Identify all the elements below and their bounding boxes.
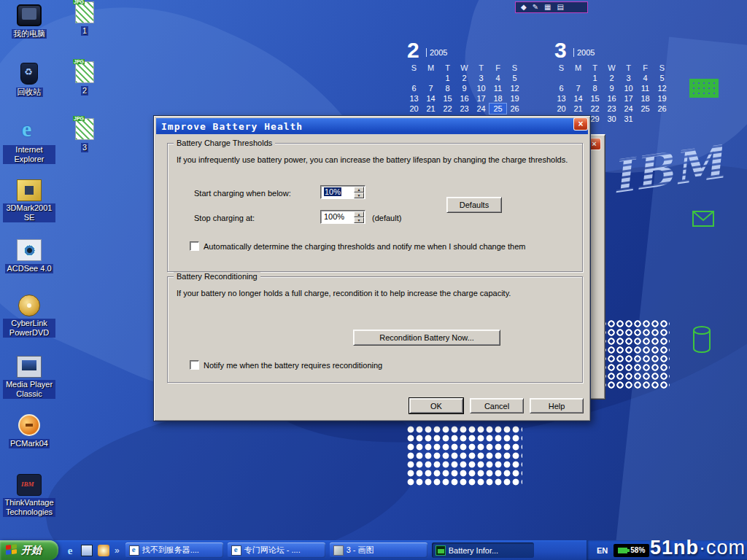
desktop: IBM 2 2005 SMTWTFS1234567891011121314151… (0, 0, 747, 560)
ie-quicklaunch-icon[interactable]: e (64, 545, 76, 556)
show-desktop-icon[interactable] (81, 545, 93, 556)
calendar-year: 2005 (426, 48, 447, 57)
spin-up-icon[interactable]: ▲ (354, 187, 364, 192)
cancel-button[interactable]: Cancel (470, 398, 524, 413)
help-button[interactable]: Help (530, 398, 584, 413)
calendar-day-cell: 23 (603, 104, 620, 114)
calendar-day-cell: 8 (587, 83, 603, 93)
input-method-toolbar[interactable]: ◆ ✎ ▦ ▤ (515, 1, 588, 13)
ok-button[interactable]: OK (409, 398, 463, 413)
calendar-day-cell: 16 (603, 93, 620, 104)
calendar-day-header: M (422, 63, 439, 73)
desktop-file-3[interactable]: JPG 3 (61, 118, 108, 153)
taskbar-task-ie-2[interactable]: 专门网论坛 - .... (228, 542, 325, 558)
desktop-icon-label: 我的电脑 (12, 29, 47, 39)
start-button[interactable]: 开始 (0, 540, 58, 560)
taskbar-task-battery-information[interactable]: Battery Infor... (432, 542, 534, 558)
calendar-day-cell: 12 (506, 83, 523, 93)
spinner-arrows[interactable]: ▲▼ (354, 211, 364, 223)
envelope-icon (692, 210, 715, 228)
battery-icon (436, 545, 446, 556)
watermark-rest: ·com (699, 537, 746, 559)
battery-level-icon (618, 548, 627, 553)
taskbar-task-paint[interactable]: 3 - 画图 (330, 542, 427, 558)
defaults-button[interactable]: Defaults (446, 197, 502, 213)
calendar-day-cell: 5 (506, 73, 523, 83)
auto-determine-checkbox-label[interactable]: Automatically determine the charging thr… (204, 242, 572, 251)
desktop-icon-powerdvd[interactable]: CyberLink PowerDVD (3, 295, 55, 338)
calendar-day-cell (406, 73, 422, 83)
notify-reconditioning-checkbox-label[interactable]: Notify me when the battery requires reco… (204, 361, 572, 370)
menu-icon[interactable]: ▤ (557, 2, 564, 12)
taskbar-task-ie-1[interactable]: 找不到服务器.... (125, 542, 223, 558)
auto-determine-checkbox[interactable] (190, 241, 199, 251)
desktop-icon-label: CyberLink PowerDVD (3, 319, 55, 338)
desktop-icon-acdsee[interactable]: ACDSee 4.0 (3, 239, 55, 274)
battery-meter[interactable]: 58% (614, 544, 649, 557)
pen-icon[interactable]: ✎ (533, 2, 538, 12)
desktop-icon-3dmark2001[interactable]: 3DMark2001 SE (3, 179, 55, 223)
keyboard-icon[interactable]: ▦ (544, 2, 551, 12)
spin-down-icon[interactable]: ▼ (354, 192, 364, 198)
calendar-day-cell: 5 (654, 73, 670, 83)
close-icon[interactable]: × (573, 117, 588, 131)
calendar-day-cell: 18 (489, 93, 506, 104)
language-indicator[interactable]: EN (597, 546, 608, 555)
calendar-day-cell: 25 (637, 104, 654, 114)
calendar-day-header: M (570, 63, 587, 73)
start-charging-input[interactable]: 10% ▲▼ (320, 185, 365, 199)
calendar-day-cell: 26 (506, 104, 523, 114)
group-title: Battery Charge Thresholds (174, 139, 275, 147)
desktop-icon-label: 2 (81, 86, 88, 96)
calendar-day-cell: 8 (439, 83, 456, 93)
start-charging-value: 10% (324, 187, 341, 196)
quicklaunch-overflow-chevron[interactable]: » (115, 545, 120, 556)
thinkvantage-icon (17, 474, 42, 496)
calendar-day-cell: 24 (620, 104, 637, 114)
spinner-arrows[interactable]: ▲▼ (354, 187, 364, 198)
calendar-day-cell: 10 (473, 83, 489, 93)
calendar-day-cell: 19 (654, 93, 670, 104)
task-label: Battery Infor... (449, 546, 498, 555)
stop-charging-input[interactable]: 100% ▲▼ (320, 210, 365, 224)
desktop-icon-pcmark04[interactable]: PCMark04 (3, 414, 55, 449)
media-player-classic-icon (17, 356, 42, 378)
battery-percent: 58% (630, 546, 645, 554)
calendar-day-cell: 17 (473, 93, 489, 104)
calendar-day-cell: 2 (456, 73, 473, 83)
desktop-icon-media-player-classic[interactable]: Media Player Classic (3, 356, 55, 400)
desktop-icon-label: Media Player Classic (3, 380, 55, 399)
desktop-icon-my-computer[interactable]: 我的电脑 (3, 4, 55, 39)
calendar-day-cell: 25 (489, 104, 506, 114)
calendar-day-cell: 11 (489, 83, 506, 93)
calendar-day-cell: 18 (637, 93, 654, 104)
desktop-icon-internet-explorer[interactable]: Internet Explorer (3, 121, 55, 165)
desktop-icon-label: 回收站 (16, 88, 43, 97)
calendar-day-cell: 19 (506, 93, 523, 104)
51nb-watermark: 51nb·com (650, 537, 746, 559)
halftone-rings-pattern (598, 319, 670, 389)
task-label: 找不到服务器.... (142, 545, 199, 556)
spin-down-icon[interactable]: ▼ (354, 217, 364, 223)
calendar-day-cell: 26 (654, 104, 670, 114)
calendar-day-cell: 16 (456, 93, 473, 104)
recondition-battery-button[interactable]: Recondition Battery Now... (353, 330, 500, 346)
pcmark-icon (18, 414, 40, 436)
quick-launch-bar: e » (58, 545, 125, 556)
notify-reconditioning-checkbox[interactable] (190, 360, 199, 370)
pointer-icon[interactable]: ◆ (521, 2, 527, 12)
desktop-icon-recycle-bin[interactable]: 回收站 (3, 63, 55, 98)
desktop-file-2[interactable]: JPG 2 (61, 61, 108, 96)
media-player-quicklaunch-icon[interactable] (98, 545, 109, 556)
jpg-badge: JPG (73, 59, 85, 64)
calendar-day-header: S (506, 63, 523, 73)
calendar-day-cell: 11 (637, 83, 654, 93)
calendar-day-cell: 17 (620, 93, 637, 104)
calendar-day-header: T (587, 63, 603, 73)
dialog-titlebar[interactable]: Improve Battery Health (156, 118, 588, 134)
desktop-icon-thinkvantage[interactable]: ThinkVantage Technologies (3, 474, 55, 518)
desktop-icon-label: ThinkVantage Technologies (3, 498, 55, 517)
powerdvd-icon (18, 295, 40, 316)
desktop-file-1[interactable]: JPG 1 (61, 1, 108, 36)
spin-up-icon[interactable]: ▲ (354, 211, 364, 217)
